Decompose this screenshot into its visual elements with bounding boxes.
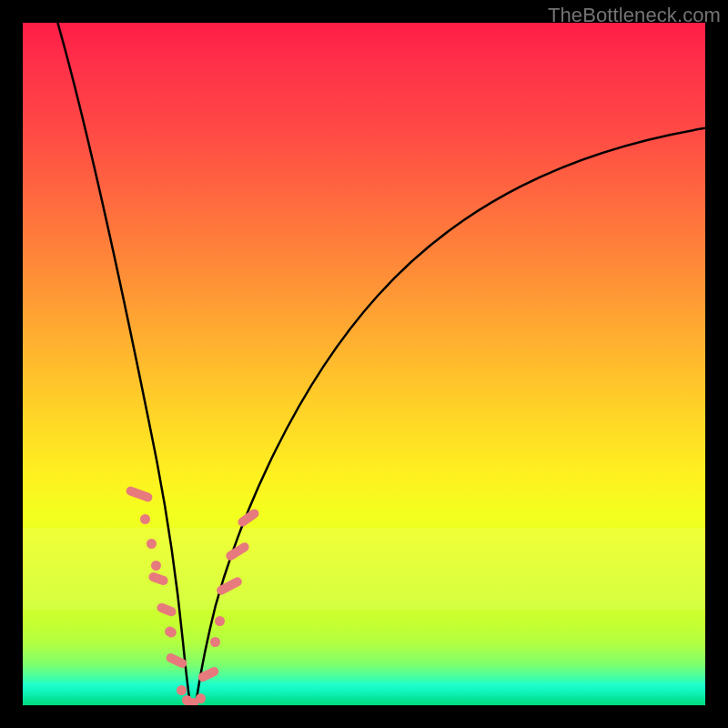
plot-area: [23, 23, 705, 705]
data-marker: [140, 514, 150, 524]
data-marker: [196, 693, 206, 703]
left-curve: [56, 23, 190, 705]
curve-layer: [23, 23, 705, 705]
data-marker: [210, 637, 220, 647]
right-curve: [196, 127, 705, 705]
data-marker: [177, 685, 187, 695]
data-marker: [147, 539, 157, 549]
data-marker: [215, 616, 225, 626]
data-marker: [151, 561, 161, 571]
chart-frame: TheBottleneck.com: [0, 0, 728, 728]
